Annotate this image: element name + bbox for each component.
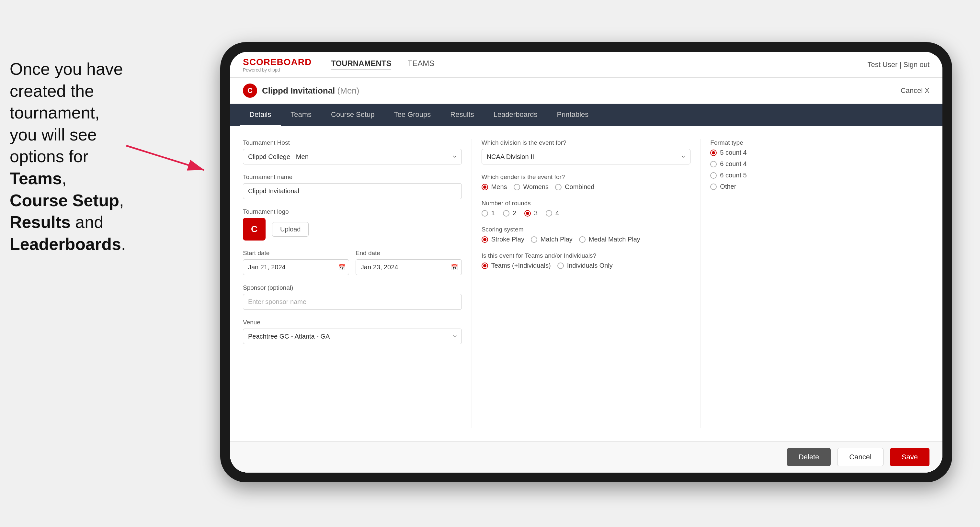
- form-footer: Delete Cancel Save: [230, 441, 942, 473]
- gender-mens[interactable]: Mens: [482, 183, 507, 190]
- division-select[interactable]: NCAA Division III: [482, 149, 691, 164]
- cancel-header-button[interactable]: Cancel X: [900, 86, 929, 95]
- svg-line-1: [126, 146, 204, 170]
- round-3[interactable]: 3: [524, 210, 538, 217]
- venue-label: Venue: [243, 319, 462, 326]
- gender-combined-radio[interactable]: [555, 184, 562, 190]
- individuals-only-radio[interactable]: [557, 262, 564, 269]
- scoring-match-radio[interactable]: [531, 236, 537, 243]
- tab-bar: Details Teams Course Setup Tee Groups Re…: [230, 104, 942, 126]
- tournament-title: Clippd Invitational (Men): [262, 86, 359, 96]
- round-1[interactable]: 1: [482, 210, 495, 217]
- form-area: Tournament Host Clippd College - Men Tou…: [230, 126, 942, 473]
- team-option-radio[interactable]: [482, 262, 488, 269]
- team-individuals-radio-group: Teams (+Individuals) Individuals Only: [482, 262, 691, 269]
- main-nav: TOURNAMENTS TEAMS: [331, 59, 434, 70]
- format-type-label: Format type: [710, 139, 929, 146]
- end-date-label: End date: [356, 249, 462, 257]
- round-1-radio[interactable]: [482, 210, 488, 217]
- tab-results[interactable]: Results: [441, 104, 484, 126]
- top-nav: SCOREBOARD Powered by clippd TOURNAMENTS…: [230, 52, 942, 78]
- tab-details[interactable]: Details: [240, 104, 281, 126]
- form-col-2: Which division is the event for? NCAA Di…: [472, 139, 701, 428]
- scoring-match[interactable]: Match Play: [531, 236, 573, 243]
- bold-results: Results: [10, 213, 71, 232]
- round-3-radio[interactable]: [524, 210, 531, 217]
- upload-button[interactable]: Upload: [272, 222, 309, 237]
- tab-tee-groups[interactable]: Tee Groups: [384, 104, 441, 126]
- round-4[interactable]: 4: [546, 210, 559, 217]
- bold-teams: Teams: [10, 169, 62, 188]
- gender-mens-radio[interactable]: [482, 184, 488, 190]
- start-date-label: Start date: [243, 249, 349, 257]
- round-2[interactable]: 2: [503, 210, 516, 217]
- gender-radio-group: Mens Womens Combined: [482, 183, 691, 190]
- main-content: C Clippd Invitational (Men) Cancel X Det…: [230, 78, 942, 473]
- tournament-header: C Clippd Invitational (Men) Cancel X: [230, 78, 942, 104]
- tab-course-setup[interactable]: Course Setup: [321, 104, 384, 126]
- rounds-group: Number of rounds 1 2: [482, 200, 691, 217]
- scoring-group: Scoring system Stroke Play Match Play: [482, 226, 691, 243]
- scoring-medal[interactable]: Medal Match Play: [579, 236, 640, 243]
- logo-upload-area: C Upload: [243, 218, 462, 241]
- scoring-stroke-radio[interactable]: [482, 236, 488, 243]
- start-date-wrap: 📅: [243, 259, 349, 275]
- logo-sub: Powered by clippd: [243, 67, 312, 73]
- end-date-wrap: 📅: [356, 259, 462, 275]
- format-other[interactable]: Other: [710, 183, 929, 190]
- tournament-name-input[interactable]: [243, 183, 462, 199]
- sponsor-label: Sponsor (optional): [243, 284, 462, 291]
- gender-womens-radio[interactable]: [514, 184, 520, 190]
- date-row: Start date 📅 End date: [243, 249, 462, 275]
- round-4-radio[interactable]: [546, 210, 552, 217]
- tournament-logo-group: Tournament logo C Upload: [243, 208, 462, 241]
- venue-group: Venue Peachtree GC - Atlanta - GA: [243, 319, 462, 344]
- gender-label: Which gender is the event for?: [482, 173, 691, 181]
- tab-printables[interactable]: Printables: [547, 104, 598, 126]
- format-other-radio[interactable]: [710, 184, 717, 190]
- individuals-only-option[interactable]: Individuals Only: [557, 262, 613, 269]
- tournament-logo-label: Tournament logo: [243, 208, 462, 215]
- format-5count4[interactable]: 5 count 4: [710, 149, 929, 156]
- save-button[interactable]: Save: [890, 448, 929, 466]
- end-date-input[interactable]: [356, 259, 462, 275]
- gender-group: Which gender is the event for? Mens Wome…: [482, 173, 691, 190]
- scoring-label: Scoring system: [482, 226, 691, 233]
- sponsor-input[interactable]: [243, 294, 462, 310]
- tournament-host-label: Tournament Host: [243, 139, 462, 146]
- team-option[interactable]: Teams (+Individuals): [482, 262, 551, 269]
- format-6count5-radio[interactable]: [710, 172, 717, 179]
- cancel-button[interactable]: Cancel: [837, 448, 883, 466]
- venue-select[interactable]: Peachtree GC - Atlanta - GA: [243, 329, 462, 344]
- nav-tournaments[interactable]: TOURNAMENTS: [331, 59, 391, 70]
- logo-area: SCOREBOARD Powered by clippd: [243, 57, 312, 73]
- rounds-radio-group: 1 2 3: [482, 210, 691, 217]
- start-calendar-icon: 📅: [338, 264, 345, 271]
- end-date-group: End date 📅: [356, 249, 462, 275]
- tab-teams[interactable]: Teams: [281, 104, 321, 126]
- format-6count4-radio[interactable]: [710, 161, 717, 167]
- format-5count4-radio[interactable]: [710, 149, 717, 156]
- nav-teams[interactable]: TEAMS: [407, 59, 434, 70]
- gender-combined[interactable]: Combined: [555, 183, 594, 190]
- team-individuals-label: Is this event for Teams and/or Individua…: [482, 252, 691, 259]
- start-date-input[interactable]: [243, 259, 349, 275]
- gender-womens[interactable]: Womens: [514, 183, 549, 190]
- division-label: Which division is the event for?: [482, 139, 691, 146]
- tournament-host-select[interactable]: Clippd College - Men: [243, 149, 462, 164]
- format-6count4[interactable]: 6 count 4: [710, 160, 929, 168]
- logo-preview: C: [243, 218, 266, 241]
- scoring-medal-radio[interactable]: [579, 236, 585, 243]
- user-sign-out[interactable]: Test User | Sign out: [867, 60, 929, 68]
- bold-course-setup: Course Setup: [10, 191, 119, 210]
- round-2-radio[interactable]: [503, 210, 509, 217]
- arrow-indicator: [120, 139, 217, 181]
- tab-leaderboards[interactable]: Leaderboards: [484, 104, 547, 126]
- tournament-name-label: Tournament name: [243, 173, 462, 181]
- end-calendar-icon: 📅: [451, 264, 458, 271]
- sponsor-group: Sponsor (optional): [243, 284, 462, 310]
- scoring-stroke[interactable]: Stroke Play: [482, 236, 524, 243]
- delete-button[interactable]: Delete: [787, 448, 831, 466]
- format-type-group: Format type 5 count 4 6 count 4: [710, 139, 929, 190]
- format-6count5[interactable]: 6 count 5: [710, 171, 929, 179]
